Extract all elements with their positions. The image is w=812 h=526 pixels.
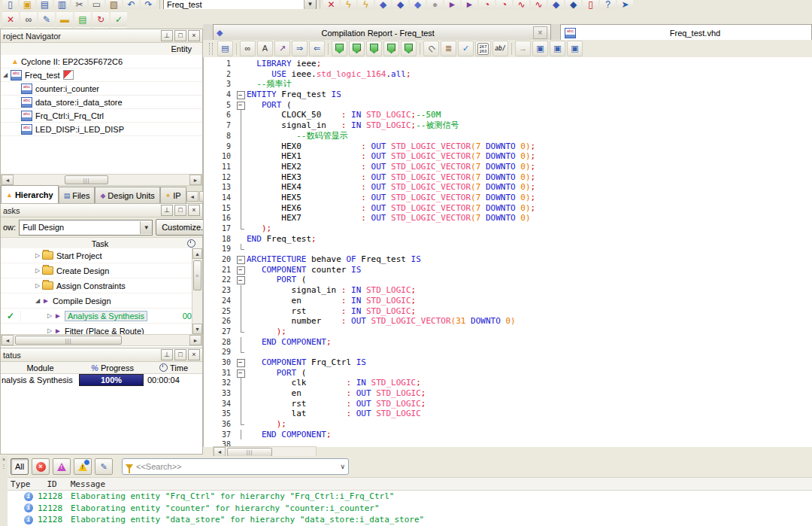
code-line[interactable]: 27 ); xyxy=(204,327,812,337)
fold-collapse-icon[interactable] xyxy=(236,100,247,111)
scrollbar-thumb[interactable]: ||| xyxy=(227,448,272,457)
code-line[interactable]: 26 number : OUT STD_LOGIC_VECTOR(31 DOWN… xyxy=(204,316,812,327)
chevron-down-icon[interactable]: ∨ xyxy=(340,463,345,470)
task-row[interactable]: ▷Assign Constraints xyxy=(1,278,192,293)
code-line[interactable]: 15 HEX6 : OUT STD_LOGIC_VECTOR(7 DOWNTO … xyxy=(204,203,812,214)
code-line[interactable]: 35 lat : OUT STD_LOGIC xyxy=(204,409,812,419)
expander-icon[interactable]: ▷ xyxy=(45,327,54,334)
code-line[interactable]: 23 signal_in : IN STD_LOGIC; xyxy=(204,285,812,296)
filter-all-button[interactable]: All xyxy=(11,458,29,475)
scroll-right-icon[interactable]: ► xyxy=(189,175,201,185)
chevron-down-icon[interactable]: ▼ xyxy=(140,221,152,234)
save-all-icon[interactable]: ▥ xyxy=(54,0,70,9)
message-row[interactable]: i12128Elaborating entity "counter" for h… xyxy=(8,503,812,515)
filter-critical-warnings-button[interactable]: ! xyxy=(53,458,71,475)
start-compilation-icon[interactable]: ► xyxy=(444,0,460,9)
root-entity-row[interactable]: ◢ Freq_test xyxy=(1,68,202,82)
instance-row[interactable]: Frq_Ctrl:i_Frq_Ctrl xyxy=(1,109,202,123)
copy-icon[interactable]: ▭ xyxy=(89,0,105,9)
templates-icon[interactable]: ≣ xyxy=(441,41,456,56)
fold-collapse-icon[interactable] xyxy=(236,254,247,265)
timing-undo-icon[interactable]: ◔ xyxy=(479,0,495,9)
bookmark-clear-icon[interactable]: × xyxy=(383,41,399,56)
code-line[interactable]: 3 --频率计 xyxy=(204,79,812,90)
pin-icon[interactable]: ⊥ xyxy=(161,205,173,216)
expander-icon[interactable]: ▷ xyxy=(33,267,42,274)
clear-assignments-icon[interactable]: ✕ xyxy=(2,11,19,28)
open-folder-icon[interactable]: ▣ xyxy=(20,0,35,9)
goto-icon[interactable]: ↗ xyxy=(274,41,290,56)
scroll-left-icon[interactable]: ◄ xyxy=(2,175,14,185)
code-line[interactable]: 29 xyxy=(204,347,812,357)
scrollbar-thumb[interactable]: ≡ xyxy=(193,260,201,290)
code-line[interactable]: 10 HEX1 : OUT STD_LOGIC_VECTOR(7 DOWNTO … xyxy=(204,151,812,162)
instance-row[interactable]: counter:i_counter xyxy=(1,82,202,96)
scroll-left-icon[interactable]: ◄ xyxy=(2,335,14,345)
report-note-icon[interactable]: ▯ xyxy=(583,0,598,9)
code-line[interactable]: 30 COMPONENT Frq_Ctrl IS xyxy=(204,357,812,368)
float-icon[interactable]: □ xyxy=(174,349,186,360)
scroll-right-icon[interactable]: ► xyxy=(189,335,201,345)
tab-scroll-left-icon[interactable]: ◄ xyxy=(186,191,198,202)
code-line[interactable]: 13 HEX4 : OUT STD_LOGIC_VECTOR(7 DOWNTO … xyxy=(204,182,812,193)
redo-icon[interactable]: ↷ xyxy=(141,0,156,9)
insert-file-icon[interactable]: ▤ xyxy=(217,41,233,56)
code-line[interactable]: 33 en : OUT STD_LOGIC; xyxy=(204,388,812,399)
message-search-combo[interactable]: <<Search>> ∨ xyxy=(122,458,349,475)
syntax-check-icon[interactable]: ✓ xyxy=(458,41,474,56)
code-line[interactable]: 6 CLOCK_50 : IN STD_LOGIC;--50M xyxy=(204,110,812,120)
close-icon[interactable]: × xyxy=(188,205,200,216)
scrollbar-thumb[interactable]: ||| xyxy=(15,336,122,345)
expander-icon[interactable]: ▷ xyxy=(45,312,54,319)
start-analysis-icon[interactable]: ► xyxy=(462,0,477,9)
signal-wave2-icon[interactable]: ∿ xyxy=(531,0,547,9)
scroll-up-icon[interactable]: ▲ xyxy=(192,248,202,259)
pin-icon[interactable]: ⊥ xyxy=(161,30,173,41)
instance-row[interactable]: data_store:i_data_store xyxy=(1,96,202,109)
close-icon[interactable]: × xyxy=(533,26,547,39)
code-line[interactable]: 5 PORT ( xyxy=(204,100,812,111)
assignment-editor-icon[interactable]: ▤ xyxy=(74,11,91,28)
code-line[interactable]: 11 HEX2 : OUT STD_LOGIC_VECTOR(7 DOWNTO … xyxy=(204,162,812,172)
bookmark-toggle-icon[interactable] xyxy=(332,41,347,56)
device-row[interactable]: ▲ Cyclone II: EP2C35F672C6 xyxy=(1,55,202,68)
code-line[interactable]: 9 HEX0 : OUT STD_LOGIC_VECTOR(7 DOWNTO 0… xyxy=(204,141,812,152)
signal-wave1-icon[interactable]: ∿ xyxy=(514,0,529,9)
code-line[interactable]: 28 END COMPONENT; xyxy=(204,337,812,348)
comment-icon[interactable]: ab/ xyxy=(492,41,508,56)
task-row[interactable]: ▷►Fitter (Place & Route) xyxy=(1,324,192,334)
code-line[interactable]: 2 USE ieee.std_logic_1164.all; xyxy=(204,69,812,80)
message-column-header[interactable]: Message xyxy=(71,479,105,489)
entity-column-header[interactable]: Entity xyxy=(1,43,202,56)
scroll-down-icon[interactable]: ▼ xyxy=(192,324,202,334)
pin-icon[interactable]: ⊥ xyxy=(161,349,173,360)
gem-tool2-icon[interactable]: ◆ xyxy=(392,0,408,9)
fold-collapse-icon[interactable] xyxy=(236,275,247,285)
message-row[interactable]: i12128Elaborating entity "Frq_Ctrl" for … xyxy=(8,491,812,503)
code-line[interactable]: 20ARCHITECTURE behave OF Freq_test IS xyxy=(204,254,812,265)
code-line[interactable]: 32 clk : IN STD_LOGIC; xyxy=(204,378,812,388)
code-line[interactable]: 4ENTITY Freq_test IS xyxy=(204,90,812,100)
help-icon[interactable]: ? xyxy=(600,0,616,9)
scrollbar-thumb[interactable]: ||| xyxy=(65,175,108,184)
replace-icon[interactable]: A xyxy=(257,41,273,56)
assignment-off-icon[interactable]: ✕ xyxy=(323,0,339,9)
code-line[interactable]: 25 rst : IN STD_LOGIC; xyxy=(204,306,812,317)
code-line[interactable]: 22 PORT ( xyxy=(204,275,812,285)
indent-icon[interactable]: ⇒ xyxy=(292,41,308,56)
cut-icon[interactable]: ✂ xyxy=(71,0,87,9)
task-row[interactable]: ▷Create Design xyxy=(1,263,192,278)
code-line[interactable]: 36 ); xyxy=(204,419,812,430)
stop-processing-icon[interactable]: ● xyxy=(427,0,443,9)
code-line[interactable]: 18END Freq_test; xyxy=(204,234,812,245)
tab-compilation-report[interactable]: ◆ Compilation Report - Freq_test × xyxy=(213,24,551,41)
bookmark-add-icon[interactable]: + xyxy=(349,41,365,56)
attach-icon[interactable]: U xyxy=(423,41,439,56)
navigator-tab-files[interactable]: ▤Files xyxy=(59,187,95,203)
gem-tool3-icon[interactable]: ◆ xyxy=(410,0,426,9)
code-line[interactable]: 34 rst : OUT STD_LOGIC; xyxy=(204,399,812,409)
vertical-scrollbar[interactable]: ▲ ≡ ▼ xyxy=(192,248,202,334)
filter-warnings-button[interactable]: ! xyxy=(74,458,92,475)
expander-icon[interactable]: ◢ xyxy=(1,71,10,78)
code-line[interactable]: 21 COMPONENT counter IS xyxy=(204,265,812,275)
